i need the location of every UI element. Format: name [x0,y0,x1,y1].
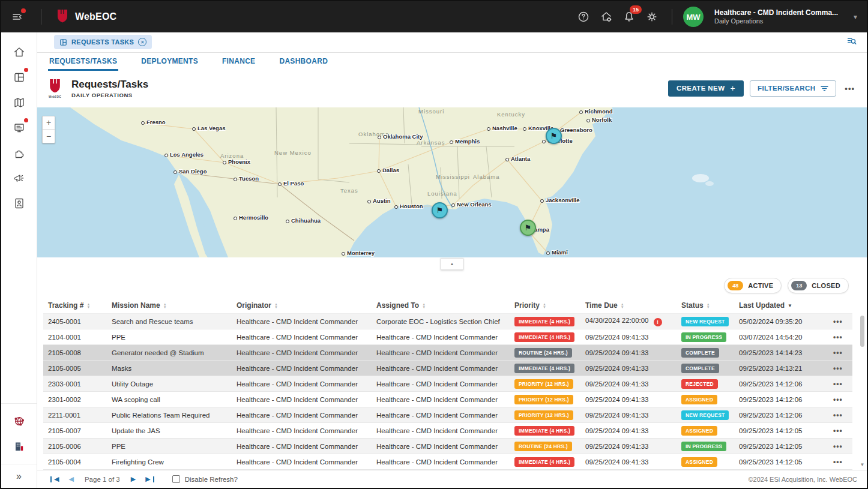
map-city-label: Richmond [585,108,612,115]
row-options-icon[interactable]: ••• [833,333,843,341]
prev-page-button[interactable]: ◀ [64,475,78,483]
tab-deployments[interactable]: DEPLOYMENTS [140,53,199,71]
table-row[interactable]: 2105-0008Generator needed @ StadiumHealt… [43,345,852,361]
row-options-icon[interactable]: ••• [833,317,843,326]
map-marker-new-orleans-incident[interactable]: ⚑ [432,202,448,218]
sort-desc-icon: ▼ [788,304,792,308]
sidebar-item-announcements[interactable] [8,166,30,191]
map-state-label: Texas [340,187,358,194]
disable-refresh-checkbox[interactable] [172,475,180,483]
tab-finance[interactable]: FINANCE [221,53,256,71]
map-city-dot [546,251,550,255]
contact-card-icon [13,197,26,210]
column-header[interactable]: Assigned To▲▼ [372,298,510,314]
row-options-icon[interactable]: ••• [833,349,843,357]
sidebar-item-contacts[interactable] [8,191,30,216]
help-icon[interactable] [574,8,592,26]
user-avatar[interactable]: MW [683,7,704,27]
account-switcher[interactable]: Healthcare - CMD Incident Comma... Daily… [714,8,838,26]
table-row[interactable]: 2303-0001Utility OutageHealthcare - CMD … [43,376,852,392]
incident-map[interactable]: + − MissouriKentuckyOklahomaArkansasNew … [37,107,867,257]
column-header[interactable]: Time Due▲▼ [580,298,677,314]
map-zoom-in-button[interactable]: + [43,116,55,130]
board-search-icon[interactable] [846,36,857,48]
map-city-dot [192,127,196,131]
column-header[interactable]: Originator▲▼ [232,298,372,314]
last-page-button[interactable]: ▶ [140,475,158,483]
tab-requests-tasks[interactable]: REQUESTS/TASKS [48,53,118,71]
account-chevron-down-icon[interactable]: ▼ [852,14,858,20]
map-collapse-button[interactable]: ▲ [441,258,463,270]
map-city-dot [487,127,490,131]
board-chip-requests-tasks[interactable]: REQUESTS TASKS ✕ [54,35,152,49]
closed-count-badge: 13 [791,281,807,290]
cell-assigned-to: Healthcare - CMD Incident Commander [372,439,510,454]
sidebar-item-maps[interactable] [8,90,30,115]
scrollbar-thumb[interactable] [860,316,864,347]
row-options-icon[interactable]: ••• [833,395,843,404]
column-header[interactable]: Mission Name▲▼ [107,298,232,314]
cell-originator: Healthcare - CMD Incident Commander [232,314,372,329]
first-page-button[interactable]: ◀ [46,475,64,483]
app-brand: WebEOC [56,9,116,25]
table-scrollbar[interactable]: ▼ [860,316,865,467]
row-options-icon[interactable]: ••• [833,442,843,451]
cell-priority: ROUTINE (24 HRS.) [510,345,580,361]
scrollbar-down-arrow[interactable]: ▼ [860,462,865,467]
cell-priority: IMMEDIATE (4 HRS.) [510,314,580,329]
table-row[interactable]: 2104-0001PPEHealthcare - CMD Incident Co… [43,329,852,345]
cell-last-updated: 09/25/2023 14:12:06 [734,392,828,407]
home-settings-icon[interactable] [597,8,615,26]
sidebar-item-boards[interactable] [8,65,30,90]
cell-originator: Healthcare - CMD Incident Commander [232,345,372,361]
menu-collapse-icon[interactable] [8,8,26,26]
row-options-icon[interactable]: ••• [833,364,843,373]
notifications-bell-icon[interactable]: 15 [620,8,638,26]
column-header[interactable]: Priority▲▼ [510,298,580,314]
table-footer: ◀ ◀ Page 1 of 3 ▶ ▶ Disable Refresh? ©20… [37,470,867,488]
map-city-label: Las Vegas [197,125,225,131]
map-marker-charlotte-incident[interactable]: ⚑ [546,128,562,144]
table-row[interactable]: 2301-0002WA scoping callHealthcare - CMD… [43,392,852,407]
map-marker-tampa-incident[interactable]: ⚑ [520,220,536,236]
map-city-label: Austin [373,197,391,204]
board-icon [59,38,67,46]
active-filter-button[interactable]: 48 ACTIVE [724,278,782,293]
filter-search-button[interactable]: FILTER/SEARCH [750,80,836,97]
cell-mission-name: PPE [107,329,232,345]
column-header[interactable]: Last Updated▼ [734,298,828,314]
sidebar-expand-button[interactable]: » [1,464,37,488]
table-row[interactable]: 2211-0001Public Relations Team RequiredH… [43,407,852,423]
sidebar-item-home[interactable] [8,40,30,65]
tab-dashboard[interactable]: DASHBOARD [278,53,329,71]
row-options-icon[interactable]: ••• [833,458,843,466]
cell-time-due: 09/25/2024 09:41:33 [580,345,677,361]
priority-badge: IMMEDIATE (4 HRS.) [514,364,574,373]
map-state-label: Arkansas [417,139,445,146]
sidebar-item-geo-network[interactable] [8,409,30,434]
sidebar-item-plugins[interactable] [8,140,30,166]
row-options-icon[interactable]: ••• [833,427,843,435]
megaphone-icon [13,172,26,185]
next-page-button[interactable]: ▶ [126,475,140,483]
table-row[interactable]: 2405-0001Search and Rescue teamsHealthca… [43,314,852,329]
column-header[interactable]: Tracking #▲▼ [43,298,107,314]
table-row[interactable]: 2105-0004Firefighting CrewHealthcare - C… [43,454,852,470]
row-options-icon[interactable]: ••• [833,411,843,419]
table-row[interactable]: 2105-0005MasksHealthcare - CMD Incident … [43,361,852,376]
settings-gear-icon[interactable] [643,8,661,26]
cell-mission-name: Masks [107,361,232,376]
more-options-icon[interactable]: ••• [842,84,857,93]
create-new-button[interactable]: CREATE NEW+ [668,80,744,97]
closed-filter-button[interactable]: 13 CLOSED [788,278,849,293]
row-options-icon[interactable]: ••• [833,380,843,388]
sidebar-item-organization[interactable] [8,434,30,459]
priority-badge: IMMEDIATE (4 HRS.) [514,332,574,342]
board-chip-close-icon[interactable]: ✕ [138,38,146,46]
table-row[interactable]: 2105-0007Update the JASHealthcare - CMD … [43,423,852,439]
disable-refresh-control[interactable]: Disable Refresh? [172,475,238,483]
sidebar-item-message-boards[interactable] [8,115,30,140]
map-zoom-out-button[interactable]: − [43,130,55,143]
table-row[interactable]: 2105-0006PPEHealthcare - CMD Incident Co… [43,439,852,454]
column-header[interactable]: Status▲▼ [677,298,734,314]
